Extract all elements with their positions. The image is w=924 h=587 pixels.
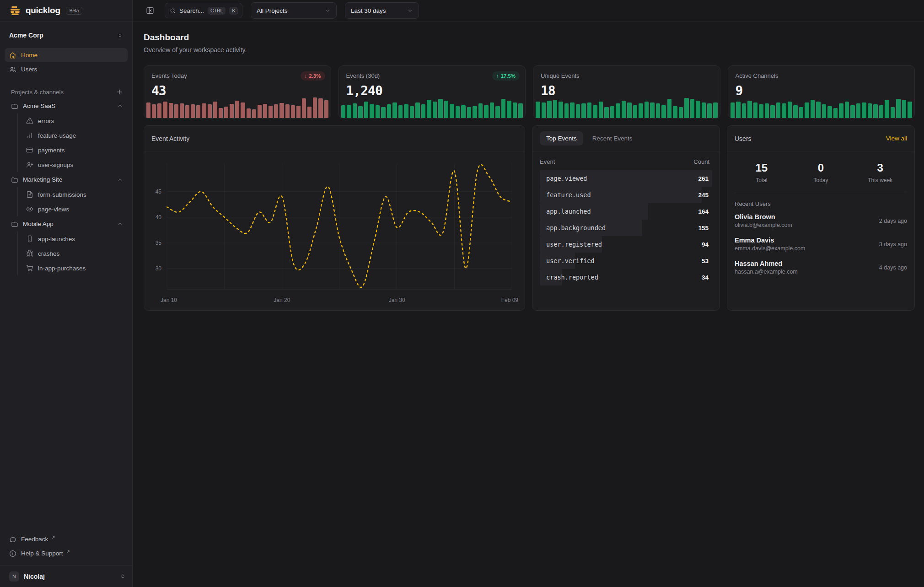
stat-value: 9 — [736, 83, 908, 98]
top-events-card: Top Events Recent Events Event Count pag… — [532, 125, 720, 311]
sidebar-nav: Home Users — [5, 48, 128, 76]
users-card-title: Users — [735, 135, 752, 142]
channel-feature-usage[interactable]: feature-usage — [18, 128, 132, 143]
projects-section-header: Projects & channels — [11, 88, 123, 96]
view-all-link[interactable]: View all — [886, 135, 907, 142]
user-stat-this-week: 3 This week — [850, 162, 910, 183]
table-row[interactable]: app.launched 164 — [540, 203, 712, 220]
user-menu[interactable]: N Nicolaj — [0, 565, 132, 587]
date-range-select[interactable]: Last 30 days — [345, 2, 419, 19]
sparkline-bars — [536, 98, 718, 118]
project-filter-value: All Projects — [257, 7, 288, 14]
project-acme-saas[interactable]: Acme SaaS — [0, 98, 132, 113]
project-mobile-app[interactable]: Mobile App — [0, 216, 132, 232]
channel-errors[interactable]: errors — [18, 113, 132, 128]
channel-payments[interactable]: payments — [18, 143, 132, 157]
project-marketing-site[interactable]: Marketing Site — [0, 172, 132, 187]
top-events-tabs: Top Events Recent Events — [532, 126, 720, 151]
channel-label: feature-usage — [38, 132, 76, 139]
project-filter-select[interactable]: All Projects — [251, 2, 337, 19]
event-count: 34 — [702, 274, 712, 281]
chevron-down-icon — [407, 8, 413, 14]
user-name: Nicolaj — [24, 573, 115, 580]
channel-label: form-submissions — [38, 191, 86, 198]
alert-triangle-icon — [26, 117, 33, 124]
channel-user-signups[interactable]: user-signups — [18, 157, 132, 172]
list-item[interactable]: Olivia Brown olivia.b@example.com 2 days… — [727, 209, 914, 232]
event-count: 245 — [698, 192, 712, 199]
svg-text:45: 45 — [156, 188, 162, 195]
chevron-up-icon — [117, 177, 123, 183]
users-card-header: Users View all — [727, 126, 914, 151]
delta-value: 17.5% — [500, 73, 516, 79]
event-name: crash.reported — [540, 274, 702, 281]
sidebar-item-home[interactable]: Home — [5, 48, 128, 62]
channel-form-submissions[interactable]: form-submissions — [18, 187, 132, 202]
stat-label: Total — [732, 177, 791, 183]
chevron-up-down-icon — [117, 32, 123, 38]
user-stat-today: 0 Today — [791, 162, 851, 183]
user-email: emma.davis@example.com — [735, 245, 879, 252]
chevron-up-down-icon — [120, 573, 126, 579]
users-card: Users View all 15 Total 0 Today 3 This w… — [727, 125, 915, 311]
help-support-link[interactable]: Help & Support ↗ — [5, 546, 128, 560]
stat-label: Today — [791, 177, 851, 183]
svg-text:Jan 20: Jan 20 — [274, 297, 290, 303]
stat-card-events-today: Events Today ↓ 2.3% 43 — [144, 65, 331, 118]
credit-card-icon — [26, 146, 33, 154]
add-project-button[interactable] — [116, 88, 123, 96]
stat-value: 0 — [791, 162, 851, 174]
stat-value: 43 — [151, 83, 323, 98]
tab-recent-events[interactable]: Recent Events — [586, 131, 639, 145]
chevron-up-icon — [117, 103, 123, 109]
list-item[interactable]: Emma Davis emma.davis@example.com 3 days… — [727, 232, 914, 256]
svg-text:35: 35 — [156, 240, 162, 246]
table-row[interactable]: feature.used 245 — [540, 187, 712, 203]
workspace-switcher[interactable]: Acme Corp — [5, 27, 128, 43]
channel-app-launches[interactable]: app-launches — [18, 232, 132, 246]
event-name: user.verified — [540, 257, 702, 264]
kbd-k: K — [229, 7, 238, 15]
event-count: 164 — [698, 208, 712, 215]
event-name: app.launched — [540, 208, 698, 215]
svg-text:Jan 10: Jan 10 — [161, 297, 177, 303]
svg-text:30: 30 — [156, 265, 162, 272]
arrow-down-icon: ↓ — [305, 73, 307, 79]
channel-page-views[interactable]: page-views — [18, 202, 132, 216]
chevron-down-icon — [325, 8, 331, 14]
search-input[interactable]: Search... CTRL K — [165, 3, 242, 18]
collapse-sidebar-button[interactable] — [144, 4, 156, 17]
page-subtitle: Overview of your workspace activity. — [144, 46, 915, 54]
table-row[interactable]: app.backgrounded 155 — [540, 220, 712, 236]
channel-in-app-purchases[interactable]: in-app-purchases — [18, 261, 132, 275]
table-row[interactable]: user.verified 53 — [540, 253, 712, 269]
stat-title: Unique Events — [541, 72, 713, 79]
workspace-name: Acme Corp — [9, 32, 43, 39]
tab-top-events[interactable]: Top Events — [540, 131, 583, 145]
stat-value: 1,240 — [346, 83, 518, 98]
channel-label: in-app-purchases — [38, 265, 86, 272]
event-activity-line-chart: 30354045Jan 10Jan 20Jan 30Feb 09 — [144, 151, 525, 311]
user-name: Hassan Ahmed — [735, 260, 879, 267]
project-name: Mobile App — [23, 221, 113, 227]
feedback-link[interactable]: Feedback ↗ — [5, 532, 128, 546]
table-row[interactable]: user.registered 94 — [540, 236, 712, 253]
stat-card-events-30d: Events (30d) ↑ 17.5% 1,240 — [338, 65, 526, 118]
table-row[interactable]: page.viewed 261 — [540, 170, 712, 187]
sidebar-item-users[interactable]: Users — [5, 62, 128, 76]
panel-left-icon — [146, 6, 154, 15]
project-name: Marketing Site — [23, 176, 113, 183]
list-item[interactable]: Hassan Ahmed hassan.a@example.com 4 days… — [727, 256, 914, 279]
user-stat-total: 15 Total — [732, 162, 791, 183]
sparkline-bars — [341, 99, 523, 118]
search-placeholder: Search... — [179, 7, 204, 14]
user-ago: 3 days ago — [879, 241, 907, 248]
svg-text:Feb 09: Feb 09 — [501, 297, 519, 303]
home-icon — [9, 52, 16, 59]
folder-icon — [11, 221, 18, 228]
info-icon — [9, 550, 16, 557]
event-count: 53 — [702, 258, 712, 264]
table-row[interactable]: crash.reported 34 — [540, 269, 712, 285]
channel-crashes[interactable]: crashes — [18, 246, 132, 261]
event-name: app.backgrounded — [540, 224, 698, 232]
